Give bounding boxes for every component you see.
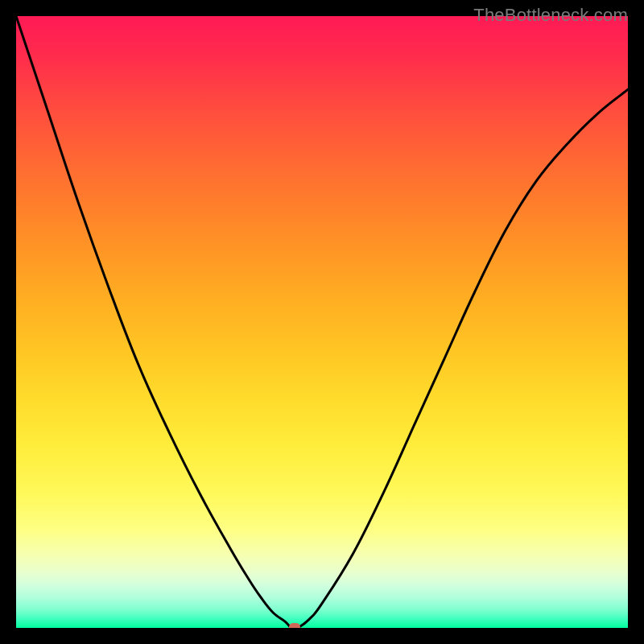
minimum-marker-icon [289,623,300,628]
chart-frame: TheBottleneck.com [0,0,644,644]
plot-area [16,16,628,628]
bottleneck-curve [16,16,628,628]
curve-svg [16,16,628,628]
watermark-text: TheBottleneck.com [473,5,628,26]
